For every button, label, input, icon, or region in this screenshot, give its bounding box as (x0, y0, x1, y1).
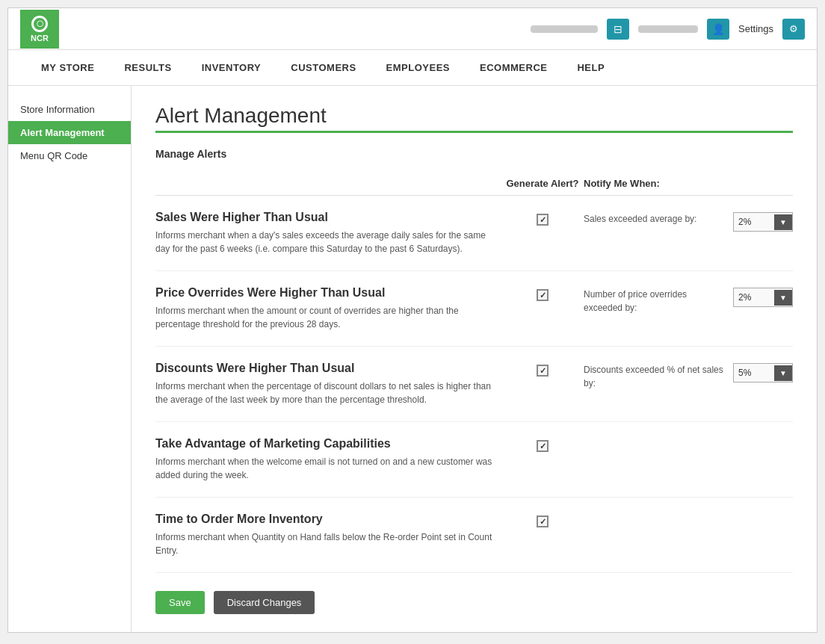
sidebar: Store Information Alert Management Menu … (8, 86, 132, 632)
alert-desc-order-inventory: Informs merchant when Quantity on Hand f… (155, 530, 501, 557)
settings-label[interactable]: Settings (738, 23, 773, 34)
checkbox-sales-higher[interactable] (537, 214, 549, 226)
alerts-container: Sales Were Higher Than Usual Informs mer… (155, 196, 793, 573)
col-generate-marketing (501, 437, 584, 452)
alert-info-sales-higher: Sales Were Higher Than Usual Informs mer… (155, 211, 501, 256)
select-arrow-price-overrides: ▼ (774, 290, 792, 306)
logo-area: ◯ NCR (20, 10, 65, 49)
green-divider (155, 131, 793, 133)
notify-label-discounts-higher: Discounts exceeded % of net sales by: (584, 363, 726, 390)
select-wrapper-price-overrides[interactable]: 2% ▼ (733, 288, 793, 307)
select-value-sales-higher: 2% (734, 213, 774, 231)
nav-item-help[interactable]: HELP (562, 50, 619, 85)
col-generate-order-inventory (501, 513, 584, 527)
alert-header-row: Generate Alert? Notify Me When: (155, 175, 793, 196)
alert-info-discounts-higher: Discounts Were Higher Than Usual Informs… (155, 362, 501, 406)
notify-label-price-overrides: Number of price overrides exceeded by: (584, 288, 726, 315)
col-notify-marketing (584, 437, 793, 439)
discard-button[interactable]: Discard Changes (214, 591, 315, 614)
col-notify-header: Notify Me When: (584, 176, 793, 189)
nav-item-my-store[interactable]: MY STORE (26, 50, 109, 85)
gear-icon-btn[interactable]: ⚙ (782, 19, 805, 40)
sidebar-item-alert-management[interactable]: Alert Management (8, 121, 131, 144)
checkbox-marketing[interactable] (537, 440, 549, 452)
alert-row-price-overrides: Price Overrides Were Higher Than Usual I… (155, 271, 793, 347)
page-title: Alert Management (155, 104, 793, 128)
col-generate-discounts-higher (501, 362, 584, 377)
alert-info-order-inventory: Time to Order More Inventory Informs mer… (155, 513, 501, 557)
select-arrow-discounts-higher: ▼ (774, 365, 792, 381)
nav-item-inventory[interactable]: INVENTORY (187, 50, 276, 85)
nav-item-employees[interactable]: EMPLOYEES (371, 50, 465, 85)
nav-item-results[interactable]: RESULTS (109, 50, 186, 85)
alert-info-price-overrides: Price Overrides Were Higher Than Usual I… (155, 286, 501, 331)
btn-row: Save Discard Changes (155, 591, 793, 614)
section-title: Manage Alerts (155, 148, 793, 160)
alert-desc-discounts-higher: Informs merchant when the percentage of … (155, 380, 501, 406)
ncr-logo-circle: ◯ (31, 16, 48, 32)
alert-name-order-inventory: Time to Order More Inventory (155, 513, 501, 526)
col-generate-header: Generate Alert? (501, 175, 584, 189)
select-arrow-sales-higher: ▼ (774, 214, 792, 230)
sidebar-item-menu-qr[interactable]: Menu QR Code (8, 144, 131, 167)
alert-row-order-inventory: Time to Order More Inventory Informs mer… (155, 498, 793, 573)
alert-name-price-overrides: Price Overrides Were Higher Than Usual (155, 286, 501, 300)
nav-bar: MY STORE RESULTS INVENTORY CUSTOMERS EMP… (8, 50, 817, 86)
col-generate-price-overrides (501, 286, 584, 301)
alert-info-marketing: Take Advantage of Marketing Capabilities… (155, 437, 501, 482)
user-icon-btn[interactable]: 👤 (707, 19, 729, 40)
checkbox-price-overrides[interactable] (537, 289, 549, 301)
alert-row-discounts-higher: Discounts Were Higher Than Usual Informs… (155, 347, 793, 422)
col-notify-sales-higher: Sales exceeded average by: 2% ▼ (584, 211, 793, 232)
content-wrapper: Store Information Alert Management Menu … (8, 86, 817, 632)
col-generate-sales-higher (501, 211, 584, 226)
sidebar-item-store-info[interactable]: Store Information (8, 98, 131, 121)
alert-desc-sales-higher: Informs merchant when a day's sales exce… (155, 229, 501, 256)
select-value-price-overrides: 2% (734, 288, 774, 306)
alert-name-discounts-higher: Discounts Were Higher Than Usual (155, 362, 501, 375)
select-wrapper-discounts-higher[interactable]: 5% ▼ (733, 363, 793, 383)
main-content: Alert Management Manage Alerts Generate … (132, 86, 817, 632)
alert-desc-price-overrides: Informs merchant when the amount or coun… (155, 304, 501, 331)
top-right-area: ⊟ 👤 Settings ⚙ (531, 19, 805, 40)
blurred-user-name (638, 25, 698, 33)
nav-item-ecommerce[interactable]: ECOMMERCE (465, 50, 562, 85)
col-notify-discounts-higher: Discounts exceeded % of net sales by: 5%… (584, 362, 793, 390)
blurred-store-name (531, 25, 598, 33)
store-icon-btn[interactable]: ⊟ (607, 19, 629, 40)
logo-box: ◯ NCR (20, 10, 59, 49)
alert-desc-marketing: Informs merchant when the welcome email … (155, 455, 501, 482)
alert-name-sales-higher: Sales Were Higher Than Usual (155, 211, 501, 224)
top-header: ◯ NCR ⊟ 👤 Settings ⚙ (8, 8, 817, 50)
alert-row-marketing: Take Advantage of Marketing Capabilities… (155, 422, 793, 498)
save-button[interactable]: Save (155, 591, 205, 614)
checkbox-order-inventory[interactable] (537, 515, 549, 527)
col-notify-price-overrides: Number of price overrides exceeded by: 2… (584, 286, 793, 315)
alert-row-sales-higher: Sales Were Higher Than Usual Informs mer… (155, 196, 793, 271)
alert-name-marketing: Take Advantage of Marketing Capabilities (155, 437, 501, 451)
ncr-logo: ◯ NCR (31, 16, 49, 43)
nav-item-customers[interactable]: CUSTOMERS (276, 50, 371, 85)
select-value-discounts-higher: 5% (734, 364, 774, 382)
col-notify-order-inventory (584, 513, 793, 514)
checkbox-discounts-higher[interactable] (537, 365, 549, 377)
ncr-logo-label: NCR (31, 34, 49, 43)
select-wrapper-sales-higher[interactable]: 2% ▼ (733, 212, 793, 232)
notify-label-sales-higher: Sales exceeded average by: (584, 212, 726, 226)
